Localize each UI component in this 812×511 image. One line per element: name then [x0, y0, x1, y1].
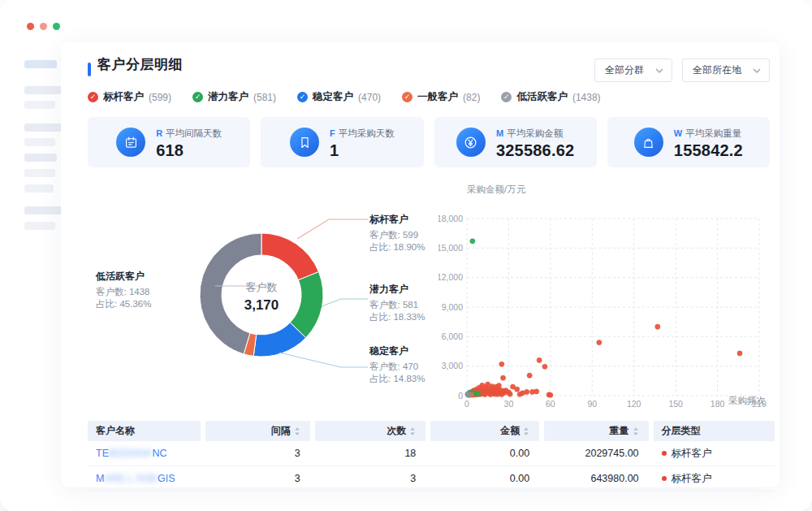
scatter-point-潜力客户[interactable]	[470, 239, 475, 244]
legend-count: (1438)	[572, 92, 601, 103]
callout-count: 客户数: 1438	[96, 286, 193, 298]
legend-count: (599)	[149, 92, 171, 103]
donut-slice-标杆客户[interactable]	[261, 233, 318, 280]
column-header-客户名称: 客户名称	[88, 421, 201, 441]
scatter-point-标杆客户[interactable]	[546, 392, 551, 397]
kpi-text: M平均采购金额325586.62	[496, 125, 574, 160]
kpi-text: R平均间隔天数618	[156, 125, 222, 160]
scatter-point-标杆客户[interactable]	[542, 364, 547, 369]
scatter-point-标杆客户[interactable]	[534, 389, 539, 394]
cell-间隔: 3	[205, 441, 309, 466]
sort-icon[interactable]	[409, 427, 416, 436]
segment-dot-icon	[662, 476, 667, 481]
group-filter-dropdown[interactable]: 全部分群	[594, 58, 672, 82]
minimize-window-icon[interactable]	[40, 23, 47, 30]
customer-name-link[interactable]: MARE L SOEGIS	[96, 473, 175, 484]
column-header-间隔[interactable]: 间隔	[205, 421, 309, 441]
sort-icon[interactable]	[294, 427, 300, 436]
column-header-label: 客户名称	[96, 424, 135, 438]
legend-label: 低活跃客户	[516, 90, 568, 104]
kpi-card-3[interactable]: W平均采购重量155842.2	[607, 117, 770, 167]
scatter-point-标杆客户[interactable]	[508, 392, 512, 396]
sidebar-skeleton-item[interactable]	[24, 184, 54, 193]
sidebar-skeleton-item[interactable]	[24, 101, 55, 109]
legend-count: (82)	[463, 92, 480, 103]
x-tick-label: 150	[668, 399, 683, 409]
scatter-point-标杆客户[interactable]	[499, 362, 504, 366]
legend-label: 标杆客户	[103, 90, 144, 104]
table-row: TEBODNHKNC3180.002029745.00标杆客户	[88, 441, 775, 466]
scatter-point-标杆客户[interactable]	[527, 373, 532, 378]
sidebar-skeleton-item[interactable]	[24, 60, 57, 68]
y-tick-label: 0	[458, 391, 463, 401]
scatter-point-标杆客户[interactable]	[655, 324, 660, 329]
scatter-point-标杆客户[interactable]	[502, 390, 507, 395]
cell-次数: 18	[315, 441, 426, 466]
sidebar-skeleton-item[interactable]	[24, 123, 62, 132]
scatter-point-低活跃客户[interactable]	[465, 392, 470, 396]
y-tick-label: 18,000	[438, 214, 463, 223]
cell-次数: 3	[315, 466, 426, 491]
sidebar-skeleton-item[interactable]	[24, 154, 57, 162]
sidebar-skeleton-item[interactable]	[24, 206, 62, 214]
location-filter-dropdown[interactable]: 全部所在地	[682, 58, 770, 82]
donut-leader-line	[279, 353, 368, 367]
sort-icon[interactable]	[633, 427, 639, 436]
page-title: 客户分层明细	[97, 55, 183, 74]
name-redacted: BODNHK	[109, 448, 152, 459]
scatter-point-标杆客户[interactable]	[520, 391, 525, 396]
legend-item-0[interactable]: ✓标杆客户(599)	[88, 90, 171, 104]
column-header-重量[interactable]: 重量	[544, 421, 648, 441]
legend-count: (470)	[358, 92, 381, 103]
check-circle-icon: ✓	[501, 92, 512, 102]
sidebar-skeleton-item[interactable]	[24, 86, 62, 94]
check-circle-icon: ✓	[402, 92, 412, 102]
bag-icon	[634, 128, 663, 157]
y-tick-label: 15,000	[438, 243, 463, 253]
sidebar-skeleton-item[interactable]	[24, 169, 55, 177]
sidebar-skeleton-item[interactable]	[24, 222, 55, 230]
kpi-label: 平均采购重量	[685, 128, 741, 138]
table-row: MARE L SOEGIS330.00643980.00标杆客户	[88, 466, 775, 492]
scatter-chart[interactable]: 030609012015018021003,0006,0009,00012,00…	[438, 197, 780, 416]
sidebar-skeleton-item[interactable]	[24, 138, 55, 146]
legend-item-2[interactable]: ✓稳定客户(470)	[297, 90, 381, 104]
kpi-value: 325586.62	[496, 141, 574, 160]
kpi-card-1[interactable]: F平均采购天数1	[261, 117, 423, 167]
sort-icon[interactable]	[523, 427, 529, 436]
donut-callout-低活跃客户: 低活跃客户客户数: 1438占比: 45.36%	[96, 270, 193, 310]
legend-item-3[interactable]: ✓一般客户(82)	[402, 90, 480, 104]
scatter-point-标杆客户[interactable]	[496, 383, 501, 388]
legend-item-1[interactable]: ✓潜力客户(581)	[192, 90, 276, 104]
x-tick-label: 120	[627, 399, 641, 409]
maximize-window-icon[interactable]	[53, 23, 60, 30]
scatter-point-标杆客户[interactable]	[515, 387, 520, 392]
close-window-icon[interactable]	[27, 23, 34, 30]
column-header-金额[interactable]: 金额	[430, 421, 539, 441]
legend-item-4[interactable]: ✓低活跃客户(1438)	[501, 90, 600, 104]
x-tick-label: 90	[587, 399, 597, 409]
x-tick-label: 0	[464, 399, 469, 409]
kpi-text: W平均采购重量155842.2	[674, 125, 743, 160]
kpi-label-row: R平均间隔天数	[156, 125, 222, 140]
column-header-次数[interactable]: 次数	[315, 421, 426, 441]
y-tick-label: 9,000	[442, 302, 463, 312]
scatter-point-标杆客户[interactable]	[597, 340, 602, 345]
column-header-label: 间隔	[271, 424, 291, 438]
column-header-label: 次数	[387, 424, 406, 438]
cell-金额: 0.00	[430, 466, 539, 491]
scatter-point-潜力客户[interactable]	[476, 392, 481, 396]
segment-type-label: 标杆客户	[672, 472, 712, 486]
column-header-分层类型: 分层类型	[654, 421, 775, 441]
kpi-card-0[interactable]: R平均间隔天数618	[88, 117, 250, 167]
callout-pct: 占比: 45.36%	[96, 298, 193, 310]
kpi-text: F平均采购天数1	[330, 125, 395, 160]
scatter-point-标杆客户[interactable]	[737, 351, 742, 356]
check-circle-icon: ✓	[297, 92, 308, 102]
kpi-card-2[interactable]: M平均采购金额325586.62	[434, 117, 597, 167]
name-prefix: M	[96, 473, 104, 484]
scatter-point-标杆客户[interactable]	[537, 357, 542, 362]
customer-name-link[interactable]: TEBODNHKNC	[96, 448, 167, 459]
kpi-label: 平均采购金额	[507, 128, 563, 138]
scatter-point-标杆客户[interactable]	[500, 375, 505, 380]
